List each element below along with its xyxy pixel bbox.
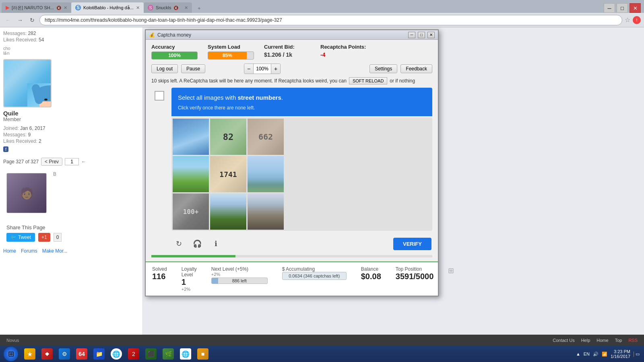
tweet-button[interactable]: 🐦 Tweet bbox=[6, 233, 35, 242]
captcha-minimize-button[interactable]: ─ bbox=[408, 32, 415, 38]
grid-image-2[interactable] bbox=[210, 119, 246, 155]
grid-image-6[interactable] bbox=[248, 156, 284, 192]
tab1-close[interactable]: ✕ bbox=[64, 5, 67, 10]
captcha-checkbox[interactable] bbox=[155, 91, 164, 101]
tab3-close[interactable]: ✕ bbox=[184, 5, 188, 10]
pause-button[interactable]: Pause bbox=[181, 64, 205, 73]
start-button[interactable]: ⊞ bbox=[1, 347, 21, 361]
solved-stat: Solved 116 bbox=[152, 266, 167, 281]
notice-suffix: or if nothing bbox=[390, 78, 415, 84]
grid-image-9[interactable] bbox=[248, 193, 284, 230]
gplus-button[interactable]: +1 bbox=[38, 233, 50, 242]
refresh-captcha-button[interactable]: ↻ bbox=[172, 237, 185, 250]
network-icon[interactable]: 📶 bbox=[602, 352, 607, 357]
volume-icon[interactable]: 🔊 bbox=[593, 352, 599, 357]
taskbar-icon-steam: ⚙ bbox=[59, 348, 70, 360]
info-button[interactable]: ℹ bbox=[209, 237, 222, 250]
footer-top[interactable]: Top bbox=[615, 338, 622, 343]
verify-button[interactable]: VERIFY bbox=[393, 238, 431, 250]
window-controls: ─ □ ✕ bbox=[604, 3, 642, 13]
taskbar-icon-5[interactable]: 📁 bbox=[91, 347, 107, 361]
footer-home[interactable]: Home bbox=[597, 338, 608, 343]
zoom-in-button[interactable]: + bbox=[271, 64, 280, 74]
footer-contact[interactable]: Contact Us bbox=[553, 338, 574, 343]
captcha-titlebar: 💰 Captcha money ─ □ ✕ bbox=[146, 30, 438, 40]
system-load-label: System Load bbox=[208, 44, 256, 50]
taskbar-icon-11[interactable]: ■ bbox=[195, 347, 211, 361]
audio-captcha-button[interactable]: 🎧 bbox=[191, 237, 204, 250]
grid-image-7[interactable] bbox=[173, 193, 209, 230]
grid-image-5[interactable] bbox=[210, 156, 246, 192]
taskbar-icon-chrome[interactable]: 🌐 bbox=[108, 347, 124, 361]
home-link[interactable]: Home bbox=[3, 248, 16, 254]
reload-button[interactable]: ↻ bbox=[27, 15, 37, 25]
messages-stat: Messages: 282 bbox=[3, 31, 139, 36]
tab1-favicon: ▶ bbox=[6, 5, 9, 10]
taskbar-icon-8[interactable]: ⬛ bbox=[143, 347, 159, 361]
footer-help[interactable]: Help bbox=[581, 338, 590, 343]
more-link[interactable]: Make Mor... bbox=[42, 248, 68, 254]
sidebar: Messages: 282 Likes Received: 54 cholần bbox=[0, 27, 143, 337]
tab-naruto[interactable]: ▶ [라온] NARUTO SH... 🔇 ✕ bbox=[2, 2, 71, 13]
messages2-value: 9 bbox=[28, 132, 31, 138]
share-buttons: 🐦 Tweet +1 0 bbox=[6, 233, 136, 242]
feedback-button[interactable]: Feedback bbox=[400, 64, 432, 73]
captcha-close-button[interactable]: ✕ bbox=[427, 32, 435, 38]
maximize-button[interactable]: □ bbox=[617, 3, 628, 13]
captcha-titlebar-title: Captcha money bbox=[157, 32, 406, 38]
avatar-area: Quile Member Joined: Jan 6, 2017 Message… bbox=[3, 59, 139, 153]
bookmark-star[interactable]: ☆ bbox=[625, 16, 630, 24]
user-info: Joined: Jan 6, 2017 Messages: 9 Likes Re… bbox=[3, 125, 45, 153]
taskbar-icon-9[interactable]: 🌿 bbox=[160, 347, 176, 361]
back-button[interactable]: ← bbox=[3, 15, 13, 25]
logout-button[interactable]: Log out bbox=[151, 64, 178, 73]
prev-page-button[interactable]: < Prev bbox=[41, 158, 62, 166]
grid-image-4[interactable] bbox=[173, 156, 209, 192]
tab-snuckls[interactable]: S Snuckls 🔇 ✕ bbox=[144, 2, 192, 13]
messages2-label: Messages: bbox=[3, 132, 27, 138]
show-desktop-button[interactable]: ▭ bbox=[634, 352, 640, 357]
taskbar-icon-2[interactable]: ❖ bbox=[39, 347, 55, 361]
tab-kolotibablo[interactable]: S KolotiBablo - Hướng dẫ... ✕ bbox=[71, 2, 144, 13]
settings-button[interactable]: Settings bbox=[369, 64, 397, 73]
forums-link[interactable]: Forums bbox=[21, 248, 37, 254]
forward-button[interactable]: → bbox=[15, 15, 25, 25]
taskbar-icon-3[interactable]: ⚙ bbox=[56, 347, 72, 361]
browser-navbar: ← → ↻ ☆ ! bbox=[0, 13, 644, 27]
next-level-label: Next Level (+5%) bbox=[211, 266, 268, 272]
tab2-close[interactable]: ✕ bbox=[136, 5, 140, 10]
soft-reload-button[interactable]: SOFT RELOAD bbox=[349, 77, 387, 84]
zoom-out-button[interactable]: − bbox=[244, 64, 253, 74]
tweet-label: Tweet bbox=[18, 234, 31, 240]
page-arrow[interactable]: ← bbox=[81, 159, 86, 165]
close-button[interactable]: ✕ bbox=[630, 3, 641, 13]
messages2-info: Messages: 9 bbox=[3, 132, 45, 138]
page-footer: Novus Contact Us Help Home Top RSS bbox=[0, 335, 644, 346]
new-tab-button[interactable]: + bbox=[193, 3, 206, 13]
taskbar-icon-1[interactable]: ★ bbox=[22, 347, 38, 361]
likes2-label: Likes Received: bbox=[3, 138, 37, 144]
page-number-input[interactable] bbox=[65, 158, 79, 165]
accumulating-label: $ Accumulating bbox=[282, 266, 347, 272]
avatar bbox=[3, 59, 52, 107]
grid-image-8[interactable] bbox=[210, 193, 246, 230]
grid-view-icon[interactable]: ⊞ bbox=[448, 266, 454, 275]
taskbar-icon-10[interactable]: 🌐 bbox=[178, 347, 194, 361]
instruction-bold: street numbers bbox=[237, 94, 281, 101]
balance-value: $0.08 bbox=[361, 272, 381, 281]
grid-image-3[interactable] bbox=[248, 119, 284, 155]
image-grid bbox=[171, 117, 432, 231]
next-level-bar-text: 886 left bbox=[211, 278, 268, 284]
taskbar-icon-4[interactable]: 64 bbox=[74, 347, 90, 361]
address-bar[interactable] bbox=[39, 15, 622, 25]
lang-indicator[interactable]: EN bbox=[584, 352, 590, 356]
captcha-maximize-button[interactable]: □ bbox=[418, 32, 425, 38]
taskbar-icon-7[interactable]: 2 bbox=[126, 347, 142, 361]
post-photo: 🧑 bbox=[6, 173, 47, 213]
minimize-button[interactable]: ─ bbox=[604, 3, 615, 13]
grid-image-1[interactable] bbox=[173, 119, 209, 155]
likes-value: 54 bbox=[39, 37, 44, 43]
top-position-stat: Top Position 3591/5000 bbox=[396, 266, 434, 281]
footer-rss[interactable]: RSS bbox=[628, 338, 638, 343]
fb-link[interactable]: f bbox=[3, 145, 45, 152]
